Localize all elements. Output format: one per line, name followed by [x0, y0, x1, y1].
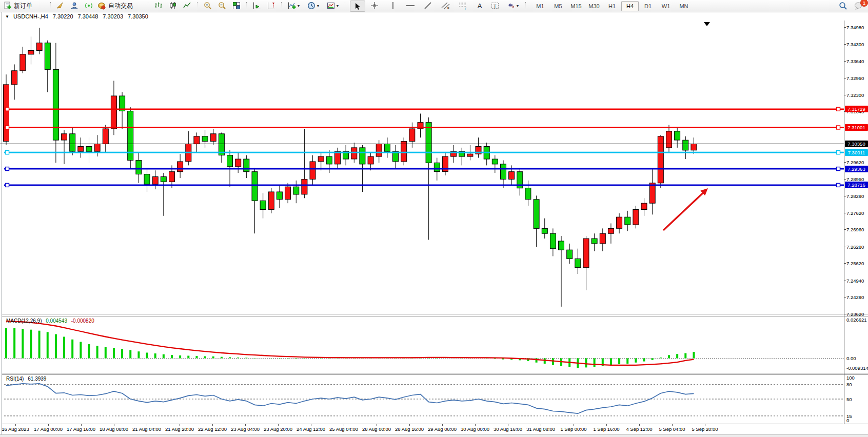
- chevron-down-icon: ▼: [336, 4, 340, 8]
- panel-separator[interactable]: [2, 316, 868, 316]
- timeframe-m1[interactable]: M1: [531, 1, 549, 11]
- current-price-line-price-label[interactable]: 7.30350: [845, 141, 868, 147]
- trendline-tool-button[interactable]: [421, 1, 435, 11]
- price-tick: [844, 95, 846, 95]
- timeframe-m5[interactable]: M5: [549, 1, 567, 11]
- indicators-button[interactable]: ▼: [285, 1, 303, 11]
- symbol-dropdown-icon[interactable]: ▼: [5, 14, 9, 19]
- timeframe-m15[interactable]: M15: [567, 1, 585, 11]
- timeframe-h4[interactable]: H4: [621, 1, 639, 11]
- tile-windows-button[interactable]: [230, 1, 243, 11]
- fibonacci-tool-button[interactable]: F: [456, 1, 470, 11]
- candlestick: [591, 233, 597, 251]
- crosshair-tool-button[interactable]: [367, 1, 382, 11]
- line-anchor-handle[interactable]: [6, 126, 9, 129]
- resistance-line-price-label[interactable]: 7.31001: [845, 124, 868, 131]
- periods-button[interactable]: ▼: [305, 1, 322, 11]
- indicator-axis-label: 50: [846, 396, 852, 402]
- candlestick: [426, 117, 431, 240]
- line-anchor-handle[interactable]: [837, 183, 840, 187]
- line-anchor-handle[interactable]: [6, 183, 9, 187]
- line-anchor-handle[interactable]: [837, 151, 840, 154]
- channel-tool-button[interactable]: E: [438, 1, 452, 11]
- zoom-out-button[interactable]: [215, 1, 229, 11]
- time-axis-label: 24 Aug 12:00: [297, 426, 325, 432]
- text-label-icon: T: [491, 2, 499, 10]
- time-tick: [508, 424, 508, 426]
- price-tick: [844, 247, 846, 247]
- time-tick: [344, 424, 344, 426]
- candlestick-chart-button[interactable]: [166, 1, 180, 11]
- panel-separator[interactable]: [2, 373, 868, 373]
- auto-trading-button[interactable]: 自动交易: [97, 1, 145, 11]
- metaeditor-button[interactable]: [68, 1, 81, 11]
- line-anchor-handle[interactable]: [6, 107, 9, 111]
- horizontal-line-tool-button[interactable]: [403, 1, 418, 11]
- price-tick-label: 7.34300: [846, 42, 864, 47]
- toolbar-separator: [525, 2, 526, 9]
- notifications-button[interactable]: 1: [852, 1, 866, 11]
- support-line[interactable]: [4, 183, 844, 187]
- resistance-line[interactable]: [4, 107, 844, 111]
- time-axis-label: 17 Aug 16:00: [67, 426, 95, 432]
- timeframe-mn[interactable]: MN: [675, 1, 693, 11]
- line-anchor-handle[interactable]: [6, 167, 9, 171]
- support-line-price-label[interactable]: 7.30011: [845, 149, 868, 156]
- bar-chart-button[interactable]: [152, 1, 165, 11]
- trend-arrow-annotation[interactable]: [663, 188, 708, 230]
- candlestick: [62, 130, 67, 164]
- timeframe-d1[interactable]: D1: [639, 1, 657, 11]
- templates-button[interactable]: ▼: [324, 1, 342, 11]
- support-line[interactable]: [4, 167, 844, 171]
- panel-separator[interactable]: [2, 374, 868, 375]
- resistance-line-price-label[interactable]: 7.31729: [845, 106, 868, 112]
- time-tick: [639, 424, 640, 426]
- auto-scroll-button[interactable]: [250, 1, 264, 11]
- timeframe-w1[interactable]: W1: [657, 1, 675, 11]
- candlestick: [244, 155, 249, 178]
- chevron-down-icon: ▼: [317, 4, 320, 8]
- zoom-out-icon: [218, 2, 226, 10]
- macd-main-value: 0.004543: [46, 318, 67, 324]
- macd-panel-canvas[interactable]: [0, 316, 844, 373]
- candlestick: [649, 169, 655, 215]
- time-tick: [541, 424, 541, 426]
- panel-separator[interactable]: [2, 314, 868, 314]
- signal-button[interactable]: [82, 1, 95, 11]
- candlestick: [550, 228, 556, 256]
- support-line-price-label[interactable]: 7.29363: [845, 166, 868, 172]
- compass-tool-button[interactable]: [53, 1, 67, 11]
- new-order-button[interactable]: 新订单: [3, 1, 47, 11]
- search-button[interactable]: [836, 1, 850, 11]
- cursor-tool-button[interactable]: [350, 1, 365, 12]
- arrows-tool-button[interactable]: ▼: [504, 1, 522, 11]
- rsi-label: RSI(14): [6, 376, 24, 382]
- auto-trading-label: 自动交易: [108, 2, 133, 10]
- candlestick: [459, 148, 465, 166]
- line-anchor-handle[interactable]: [837, 167, 840, 171]
- candlestick: [152, 170, 158, 189]
- candlestick: [177, 154, 183, 178]
- line-anchor-handle[interactable]: [837, 107, 840, 111]
- line-anchor-handle[interactable]: [6, 151, 9, 154]
- toolbar-separator: [281, 2, 282, 9]
- vertical-line-tool-button[interactable]: [386, 1, 400, 11]
- timeframe-h1[interactable]: H1: [603, 1, 621, 11]
- timeframe-m30[interactable]: M30: [585, 1, 603, 11]
- rsi-panel-canvas[interactable]: [0, 375, 844, 423]
- signal-icon: [85, 2, 93, 10]
- line-anchor-handle[interactable]: [837, 126, 840, 129]
- candlestick: [675, 128, 680, 148]
- candlestick: [103, 125, 108, 153]
- indicator-axis-label: 0.00: [846, 355, 856, 361]
- support-line-price-label[interactable]: 7.28716: [845, 182, 868, 188]
- price-chart-canvas[interactable]: [0, 21, 844, 314]
- tile-windows-icon: [232, 2, 241, 10]
- chart-shift-button[interactable]: [265, 1, 278, 11]
- chart-shift-marker[interactable]: [704, 22, 710, 26]
- chart-title-row: ▼ USDCNH-,H4 7.30220 7.30448 7.30203 7.3…: [0, 12, 868, 21]
- label-tool-button[interactable]: T: [488, 1, 502, 11]
- line-chart-button[interactable]: [181, 1, 194, 11]
- text-tool-button[interactable]: A: [473, 1, 486, 11]
- zoom-in-button[interactable]: [201, 1, 214, 11]
